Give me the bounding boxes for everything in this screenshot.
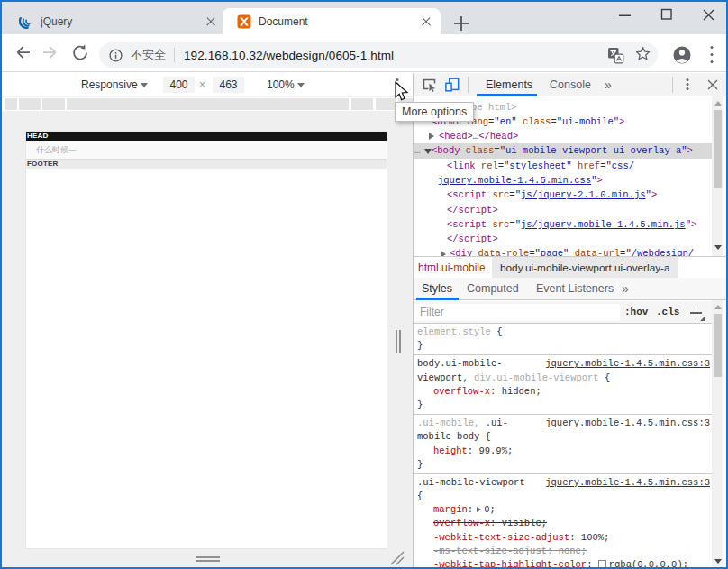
viewport-resize-handle-bottom[interactable] (196, 555, 220, 562)
back-button[interactable] (10, 41, 35, 66)
css-selector-line[interactable]: .ui-mobile, .ui-jquery.mobile-1.4.5.min.… (414, 417, 712, 430)
minimize-button[interactable] (605, 2, 642, 31)
device-toolbar-toggle-icon[interactable] (445, 78, 460, 96)
css-property-line[interactable]: overflow-x: hidden; (414, 385, 712, 399)
css-property-line[interactable]: height: 99.9%; (414, 445, 712, 458)
css-selector-line[interactable]: element.style { (414, 326, 712, 339)
dom-tree-line[interactable]: <script src="js/jquery.mobile-1.4.5.min.… (414, 217, 712, 232)
node-menu-dots[interactable]: … (414, 143, 421, 158)
new-style-rule-button[interactable] (688, 305, 705, 321)
tab-computed[interactable]: Computed (467, 278, 519, 299)
device-zoom-select[interactable]: 100% (267, 78, 305, 91)
collapse-arrow-icon[interactable] (424, 143, 432, 158)
url-text[interactable]: 192.168.10.32/webdesign/0605-1.html (184, 49, 394, 62)
css-selector-line[interactable]: { (414, 490, 712, 503)
device-height-input[interactable]: 463 (213, 77, 244, 93)
css-selector-line[interactable]: } (414, 339, 712, 353)
breadcrumb-body[interactable]: body.ui-mobile-viewport.ui-overlay-a (492, 257, 678, 279)
css-property-line[interactable]: -webkit-tap-highlight-color: rgba(0,0,0,… (414, 558, 712, 567)
styles-scrollbar[interactable] (712, 300, 723, 567)
dom-tree-line[interactable]: jquery.mobile-1.4.5.min.css"> (414, 173, 712, 188)
dom-tree-line[interactable]: <div data-role="page" data-url="/webdesi… (414, 246, 712, 256)
expand-arrow-icon[interactable] (441, 246, 446, 256)
css-property-name[interactable]: -ms-text-size-adjust (433, 546, 547, 556)
sidebar-more-tabs-icon[interactable]: » (622, 278, 629, 299)
tab-event-listeners[interactable]: Event Listeners (536, 278, 614, 299)
color-swatch[interactable] (598, 560, 606, 567)
dom-tree-line[interactable]: <head>…</head> (414, 129, 712, 143)
tab-close-icon[interactable] (419, 14, 433, 29)
media-query-segment[interactable] (351, 98, 373, 110)
device-width-input[interactable]: 400 (163, 77, 195, 93)
chrome-menu-icon[interactable] (706, 44, 717, 66)
profile-avatar[interactable] (670, 43, 694, 67)
scroll-down-icon[interactable] (714, 559, 722, 564)
new-tab-button[interactable] (450, 13, 472, 34)
stylesheet-link[interactable]: jquery.mobile-1.4.5.min.css:3 (545, 417, 710, 430)
cls-button[interactable]: .cls (656, 301, 679, 324)
address-bar[interactable]: 不安全 192.168.10.32/webdesign/0605-1.html (99, 42, 658, 68)
css-selector-line[interactable]: .ui-mobile-viewportjquery.mobile-1.4.5.m… (414, 476, 712, 490)
dom-tree-line[interactable]: <link rel="stylesheet" href="css/ (414, 159, 712, 173)
media-query-segment[interactable] (42, 98, 65, 110)
css-property-name[interactable]: -webkit-tap-highlight-color (433, 559, 587, 567)
dom-tree-line[interactable]: <script src="js/jquery-2.1.0.min.js"> (414, 188, 712, 202)
css-property-name[interactable]: margin (433, 504, 468, 515)
tab-jquery[interactable]: jQuery (5, 8, 225, 34)
dom-tree-line[interactable]: </script> (414, 203, 712, 217)
css-property-name[interactable]: -webkit-text-size-adjust (433, 532, 569, 543)
elements-scrollbar[interactable] (712, 96, 723, 256)
devtools-tab-console[interactable]: Console (550, 73, 591, 96)
tab-close-icon[interactable] (204, 14, 218, 29)
css-selector-line[interactable]: } (414, 458, 712, 472)
devtools-more-tabs-icon[interactable]: » (605, 73, 612, 96)
maximize-button[interactable] (647, 2, 683, 31)
css-property-name[interactable]: overflow-x (433, 518, 490, 528)
scrollbar-thumb[interactable] (714, 314, 722, 377)
expand-arrow-icon[interactable] (429, 129, 434, 143)
expand-shorthand-icon[interactable] (477, 507, 481, 512)
styles-pane[interactable]: element.style {}body.ui-mobile-jquery.mo… (414, 324, 712, 567)
info-icon[interactable] (109, 49, 123, 62)
viewport-resize-handle-corner[interactable] (389, 550, 405, 566)
devtools-menu-icon[interactable] (683, 78, 692, 92)
scrollbar-thumb[interactable] (714, 110, 722, 188)
window-close-button[interactable] (688, 2, 724, 31)
css-selector-line[interactable]: body.ui-mobile-jquery.mobile-1.4.5.min.c… (414, 357, 712, 371)
css-selector-line[interactable]: viewport, div.ui-mobile-viewport { (414, 372, 712, 385)
device-type-select[interactable]: Responsive (81, 78, 148, 91)
css-property-line[interactable]: overflow-x: visible; (414, 517, 712, 530)
css-selector-line[interactable]: mobile body { (414, 430, 712, 444)
inspect-element-icon[interactable] (423, 78, 437, 96)
media-query-segment[interactable] (19, 98, 41, 110)
translate-icon[interactable] (607, 47, 624, 64)
tab-styles[interactable]: Styles (422, 278, 452, 299)
devtools-divider[interactable] (413, 73, 414, 567)
css-property-name[interactable]: height (433, 445, 468, 456)
css-selector-line[interactable]: } (414, 399, 712, 412)
reload-button[interactable] (68, 41, 93, 66)
breadcrumb-html[interactable]: html.ui-mobile (418, 257, 486, 279)
css-property-line[interactable]: -ms-text-size-adjust: none; (414, 545, 712, 558)
devtools-close-icon[interactable] (706, 78, 719, 91)
bookmark-star-icon[interactable] (635, 46, 651, 65)
css-property-line[interactable]: margin:0; (414, 503, 712, 517)
css-property-name[interactable]: overflow-x (433, 386, 490, 397)
styles-filter-input[interactable]: Filter (414, 304, 620, 321)
security-label[interactable]: 不安全 (131, 47, 166, 63)
hov-button[interactable]: :hov (624, 301, 648, 324)
stylesheet-link[interactable]: jquery.mobile-1.4.5.min.css:3 (545, 357, 710, 371)
scroll-up-icon[interactable] (714, 305, 722, 309)
dom-tree-line[interactable]: </script> (414, 232, 712, 246)
media-query-segment[interactable] (5, 98, 17, 110)
media-query-bar[interactable] (2, 97, 413, 111)
css-property-line[interactable]: -webkit-text-size-adjust: 100%; (414, 531, 712, 545)
viewport-resize-handle-right[interactable] (394, 330, 401, 353)
forward-button[interactable] (38, 41, 63, 66)
dom-tree-line[interactable]: …<body class="ui-mobile-viewport ui-over… (414, 143, 712, 158)
scroll-up-icon[interactable] (714, 101, 722, 106)
media-query-segment[interactable] (67, 98, 349, 110)
tab-document[interactable]: Document (223, 8, 441, 34)
scroll-down-icon[interactable] (714, 245, 722, 250)
stylesheet-link[interactable]: jquery.mobile-1.4.5.min.css:3 (545, 476, 710, 490)
